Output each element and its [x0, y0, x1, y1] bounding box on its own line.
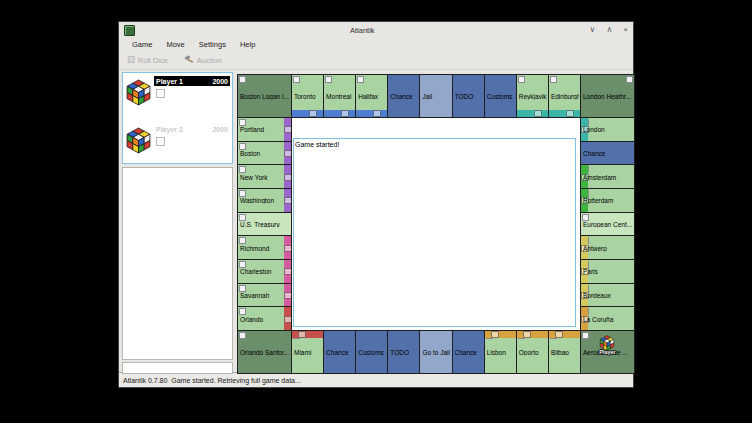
- property-group-bar: [324, 110, 355, 117]
- board-tile-u-s-treasury[interactable]: U.S. Treasury: [238, 213, 291, 236]
- status-text: Atlantik 0.7.80 Game started. Retrieving…: [123, 377, 301, 384]
- tile-label: Oporto: [519, 348, 547, 355]
- player-list-panel: Player 12000 Player 22000: [122, 72, 233, 164]
- board-tile-london-heathr[interactable]: London Heathr...: [581, 75, 634, 117]
- property-group-bar: [517, 331, 548, 338]
- board-tile-todo[interactable]: TODO: [388, 331, 419, 373]
- board-tile-go-to-jail[interactable]: Go to Jail: [420, 331, 451, 373]
- game-board: Boston Logan I...TorontoMontrealHalifaxC…: [237, 74, 635, 374]
- statusbar: Atlantik 0.7.80 Game started. Retrieving…: [119, 372, 633, 387]
- tile-label: Washington: [240, 197, 290, 204]
- tile-label: Boston Logan I...: [240, 93, 290, 100]
- deed-icon: [239, 332, 246, 339]
- side-panel: Player 12000 Player 22000: [119, 70, 237, 372]
- board-tile-orlando-sanfor[interactable]: Orlando Sanfor...: [238, 331, 291, 373]
- board-tile-montreal[interactable]: Montreal: [324, 75, 355, 117]
- board-tile-boston[interactable]: Boston: [238, 142, 291, 165]
- board-tile-portland[interactable]: Portland: [238, 118, 291, 141]
- player-token[interactable]: Player: [581, 335, 634, 355]
- board-tile-halifax[interactable]: Halifax: [356, 75, 387, 117]
- player-avatar: [125, 79, 152, 106]
- tile-label: Jail: [422, 93, 450, 100]
- board-tile-boston-logan-i[interactable]: Boston Logan I...: [238, 75, 291, 117]
- auction-button[interactable]: Auction: [184, 55, 222, 65]
- tile-label: European Cent...: [583, 220, 633, 227]
- board-tile-toronto[interactable]: Toronto: [292, 75, 323, 117]
- deed-icon: [357, 76, 364, 83]
- board-tile-miami[interactable]: Miami: [292, 331, 323, 373]
- tile-label: Boston: [240, 149, 290, 156]
- board-tile-antwerp[interactable]: Antwerp: [581, 236, 634, 259]
- player-checkbox[interactable]: [156, 137, 165, 146]
- board-tile-jail[interactable]: Jail: [420, 75, 451, 117]
- tile-label: Bordeaux: [583, 291, 633, 298]
- board-tile-customs[interactable]: Customs: [485, 75, 516, 117]
- house-icon: [491, 331, 499, 338]
- deed-icon: [325, 76, 332, 83]
- board-tile-paris[interactable]: Paris: [581, 260, 634, 283]
- menu-game[interactable]: Game: [125, 40, 159, 49]
- player-entry-1[interactable]: Player 12000: [123, 76, 232, 121]
- deed-icon: [239, 76, 246, 83]
- tile-label: Paris: [583, 268, 633, 275]
- player-token-label: Player: [599, 349, 616, 355]
- board-tile-bilbao[interactable]: Bilbao: [549, 331, 580, 373]
- board-tile-richmond[interactable]: Richmond: [238, 236, 291, 259]
- rubiks-cube-icon: [125, 79, 152, 106]
- tile-label: Portland: [240, 126, 290, 133]
- board-tile-london[interactable]: London: [581, 118, 634, 141]
- board-tile-charleston[interactable]: Charleston: [238, 260, 291, 283]
- board-tile-rotterdam[interactable]: Rotterdam: [581, 189, 634, 212]
- player-checkbox[interactable]: [156, 89, 165, 98]
- board-tile-washington[interactable]: Washington: [238, 189, 291, 212]
- tile-label: TODO: [390, 348, 418, 355]
- board-tile-oporto[interactable]: Oporto: [517, 331, 548, 373]
- text-input-box[interactable]: [122, 362, 233, 374]
- board-tile-chance[interactable]: Chance: [581, 142, 634, 165]
- menu-move[interactable]: Move: [159, 40, 191, 49]
- tile-label: Edinburgh: [551, 93, 579, 100]
- tile-label: Rotterdam: [583, 197, 633, 204]
- maximize-icon[interactable]: ∧: [606, 26, 612, 34]
- player-header: Player 22000: [154, 124, 230, 134]
- tile-label: Customs: [487, 93, 515, 100]
- board-tile-savannah[interactable]: Savannah: [238, 284, 291, 307]
- player-entry-2[interactable]: Player 22000: [123, 124, 232, 169]
- house-icon: [523, 331, 531, 338]
- board-tile-european-cent[interactable]: European Cent...: [581, 213, 634, 236]
- board-tile-customs[interactable]: Customs: [356, 331, 387, 373]
- board-tile-orlando[interactable]: Orlando: [238, 307, 291, 330]
- board-tile-chance[interactable]: Chance: [324, 331, 355, 373]
- tile-label: Go to Jail: [422, 348, 450, 355]
- property-group-bar: [485, 331, 516, 338]
- menu-settings[interactable]: Settings: [192, 40, 233, 49]
- tile-label: Amsterdam: [583, 173, 633, 180]
- player-name: Player 1: [156, 78, 183, 85]
- board-tile-reykjavik[interactable]: Reykjavik: [517, 75, 548, 117]
- house-icon: [555, 331, 563, 338]
- board-tile-lisbon[interactable]: Lisbon: [485, 331, 516, 373]
- board-tile-edinburgh[interactable]: Edinburgh: [549, 75, 580, 117]
- board-tile-chance[interactable]: Chance: [453, 331, 484, 373]
- board-tile-la-coru-a[interactable]: La Coruña: [581, 307, 634, 330]
- house-icon: [534, 110, 542, 117]
- tile-label: Montreal: [326, 93, 354, 100]
- close-icon[interactable]: ×: [623, 26, 628, 34]
- board-tile-chance[interactable]: Chance: [388, 75, 419, 117]
- portfolio-panel: [122, 167, 233, 360]
- tile-label: Chance: [455, 348, 483, 355]
- board-tile-amsterdam[interactable]: Amsterdam: [581, 165, 634, 188]
- minimize-icon[interactable]: ∨: [590, 26, 596, 34]
- board-tile-new-york[interactable]: New York: [238, 165, 291, 188]
- auction-label: Auction: [197, 56, 222, 65]
- board-tile-aeroporto-de[interactable]: Aeroporto de ... Player: [581, 331, 634, 373]
- menu-help[interactable]: Help: [233, 40, 262, 49]
- roll-dice-button[interactable]: ⚄ Roll Dice: [127, 56, 168, 65]
- property-group-bar: [549, 331, 580, 338]
- deed-icon: [626, 76, 633, 83]
- property-group-bar: [292, 110, 323, 117]
- tile-label: Charleston: [240, 268, 290, 275]
- board-tile-todo[interactable]: TODO: [453, 75, 484, 117]
- board-tile-bordeaux[interactable]: Bordeaux: [581, 284, 634, 307]
- house-icon: [309, 110, 317, 117]
